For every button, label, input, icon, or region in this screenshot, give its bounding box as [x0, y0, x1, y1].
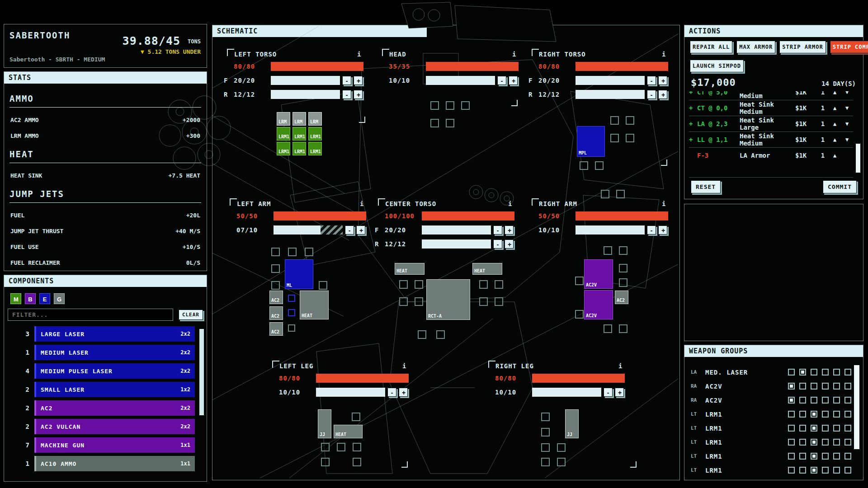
weapon-group-checkbox[interactable] — [822, 453, 829, 460]
weapon-group-checkbox[interactable] — [844, 383, 851, 389]
empty-slot[interactable] — [541, 458, 550, 466]
info-icon[interactable]: i — [618, 362, 622, 370]
weapon-group-checkbox[interactable] — [788, 369, 795, 375]
armor-increase-button[interactable]: + — [658, 90, 667, 99]
strip-armor-button[interactable]: STRIP ARMOR — [779, 41, 826, 53]
empty-slot[interactable] — [352, 413, 360, 421]
armor-increase-button[interactable]: + — [356, 225, 365, 235]
quantity-up-icon[interactable]: ▲ — [829, 91, 841, 95]
info-icon[interactable]: i — [357, 51, 361, 58]
filter-button-g[interactable]: G — [54, 293, 65, 304]
weapon-group-checkbox[interactable] — [788, 453, 795, 460]
weapon-group-checkbox[interactable] — [822, 411, 829, 418]
placed-component[interactable]: LRM1 — [277, 142, 290, 155]
empty-slot[interactable] — [399, 297, 408, 306]
weapon-group-checkbox[interactable] — [799, 369, 806, 375]
empty-slot[interactable] — [557, 443, 566, 452]
empty-slot[interactable] — [305, 248, 313, 256]
reset-button[interactable]: RESET — [691, 180, 721, 193]
armor-increase-button[interactable]: + — [354, 90, 363, 99]
component-list-item[interactable]: 1 MEDIUM LASER 2x2 — [8, 345, 195, 360]
component-list-item[interactable]: 1 AC10 AMMO 1x1 — [8, 456, 195, 471]
component-list-item[interactable]: 2 AC2 VULCAN 2x2 — [8, 419, 195, 434]
placed-component[interactable]: LRM1 — [292, 127, 306, 141]
armor-decrease-button[interactable]: - — [342, 90, 351, 99]
quantity-down-icon[interactable]: ▼ — [841, 91, 853, 95]
weapon-groups-scrollbar[interactable] — [854, 365, 859, 449]
armor-decrease-button[interactable]: - — [387, 388, 396, 397]
empty-slot-energy[interactable] — [288, 295, 295, 302]
armor-increase-button[interactable]: + — [509, 76, 518, 85]
repair-all-button[interactable]: REPAIR ALL — [690, 41, 732, 53]
empty-slot[interactable] — [418, 330, 426, 339]
armor-decrease-button[interactable]: - — [604, 388, 613, 397]
info-icon[interactable]: i — [508, 200, 512, 207]
weapon-group-checkbox[interactable] — [811, 369, 817, 375]
weapon-group-checkbox[interactable] — [822, 439, 829, 446]
empty-slot[interactable] — [399, 280, 408, 289]
empty-slot[interactable] — [446, 119, 454, 127]
commit-button[interactable]: COMMIT — [823, 180, 857, 193]
quantity-up-icon[interactable]: ▲ — [829, 152, 841, 159]
empty-slot[interactable] — [430, 119, 439, 127]
armor-decrease-button[interactable]: - — [342, 76, 351, 85]
placed-component[interactable]: HEAT — [472, 263, 502, 275]
info-icon[interactable]: i — [662, 51, 665, 58]
weapon-group-checkbox[interactable] — [811, 453, 817, 460]
placed-component[interactable]: LRM1 — [292, 142, 306, 155]
empty-slot[interactable] — [321, 443, 330, 451]
empty-slot[interactable] — [610, 116, 619, 125]
quantity-down-icon[interactable]: ▼ — [841, 105, 853, 111]
weapon-group-checkbox[interactable] — [788, 411, 795, 418]
quantity-up-icon[interactable]: ▲ — [829, 136, 841, 143]
empty-slot[interactable] — [604, 324, 612, 333]
empty-slot[interactable] — [626, 134, 634, 142]
weapon-group-checkbox[interactable] — [833, 453, 840, 460]
weapon-group-checkbox[interactable] — [844, 453, 851, 460]
weapon-group-checkbox[interactable] — [811, 439, 817, 446]
placed-component[interactable]: LRM1 — [277, 127, 290, 141]
empty-slot[interactable] — [430, 101, 439, 110]
placed-component[interactable]: AC2 — [269, 306, 283, 320]
empty-slot[interactable] — [271, 264, 280, 273]
weapon-group-checkbox[interactable] — [833, 411, 840, 418]
clear-filter-button[interactable]: CLEAR — [179, 310, 203, 320]
weapon-group-checkbox[interactable] — [833, 383, 840, 389]
weapon-group-checkbox[interactable] — [799, 425, 806, 432]
placed-component[interactable]: AC2 — [269, 291, 283, 304]
empty-slot[interactable] — [619, 278, 627, 287]
weapon-group-checkbox[interactable] — [788, 467, 795, 474]
weapon-group-checkbox[interactable] — [799, 467, 806, 474]
empty-slot[interactable] — [580, 161, 588, 170]
weapon-group-checkbox[interactable] — [811, 397, 817, 404]
weapon-group-checkbox[interactable] — [822, 383, 829, 389]
empty-slot[interactable] — [557, 458, 566, 466]
empty-slot[interactable] — [575, 277, 584, 285]
weapon-group-checkbox[interactable] — [799, 383, 806, 389]
placed-component[interactable]: MPL — [577, 126, 605, 157]
placed-component[interactable]: LRM1 — [308, 127, 322, 141]
placed-component[interactable]: JJ — [318, 409, 331, 438]
weapon-group-checkbox[interactable] — [788, 397, 795, 404]
empty-slot[interactable] — [541, 443, 550, 452]
placed-component[interactable]: HEAT — [395, 263, 425, 275]
placed-component[interactable]: LRM — [292, 112, 306, 126]
action-queue-scrollbar[interactable] — [856, 144, 860, 173]
empty-slot[interactable] — [319, 281, 327, 290]
placed-component[interactable]: ML — [285, 259, 313, 289]
launch-simpod-button[interactable]: LAUNCH SIMPOD — [690, 60, 744, 72]
empty-slot[interactable] — [446, 101, 454, 110]
empty-slot[interactable] — [321, 458, 330, 466]
empty-slot[interactable] — [541, 413, 550, 421]
empty-slot[interactable] — [604, 246, 612, 255]
weapon-group-checkbox[interactable] — [833, 425, 840, 432]
weapon-group-checkbox[interactable] — [788, 439, 795, 446]
placed-component[interactable]: AC2 — [269, 322, 283, 336]
armor-decrease-button[interactable]: - — [493, 239, 502, 249]
weapon-group-checkbox[interactable] — [822, 467, 829, 474]
empty-slot[interactable] — [337, 443, 345, 451]
filter-button-b[interactable]: B — [25, 293, 36, 304]
placed-component[interactable]: JJ — [565, 409, 579, 438]
empty-slot[interactable] — [271, 248, 280, 256]
armor-increase-button[interactable]: + — [505, 239, 514, 249]
